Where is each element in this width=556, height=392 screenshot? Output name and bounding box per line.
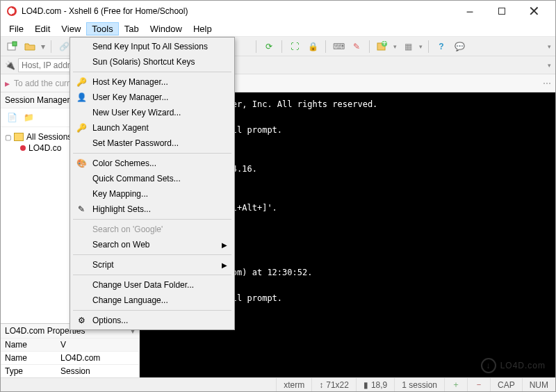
menu-edit[interactable]: Edit — [29, 22, 56, 35]
menu-item-label: Search on 'Google' — [92, 224, 163, 234]
lock-icon[interactable]: 🔒 — [306, 40, 320, 54]
dropdown-arrow-icon[interactable]: ▾ — [41, 42, 45, 51]
menu-bar: File Edit View Tools Tab Window Help — [1, 22, 555, 37]
new-session-icon[interactable] — [5, 40, 19, 54]
menu-separator — [73, 153, 231, 154]
props-row-name: Name — [1, 351, 56, 364]
window-controls: － ✕ — [454, 1, 550, 22]
help-icon[interactable]: ? — [434, 40, 448, 54]
toolbar-overflow-icon[interactable]: ▾ — [548, 43, 551, 50]
menu-tools[interactable]: Tools — [86, 22, 118, 35]
toolbar-separator — [325, 40, 326, 53]
status-minus[interactable]: － — [467, 378, 490, 391]
menu-item[interactable]: Script▶ — [72, 257, 233, 272]
new-item-icon[interactable]: + — [375, 40, 389, 54]
user-key-icon: 👤 — [76, 92, 87, 103]
tools-dropdown: Send Key Input To All SessionsSun (Solar… — [70, 37, 235, 330]
menu-item-label: Sun (Solaris) Shortcut Keys — [92, 57, 195, 67]
gear-icon: ⚙ — [76, 315, 87, 326]
chat-icon[interactable]: 💬 — [452, 40, 466, 54]
menu-item-label: Search on Web — [92, 240, 150, 250]
addressbar-overflow-icon[interactable]: ▾ — [548, 62, 551, 69]
tab-overflow-icon[interactable]: ⋯ — [543, 79, 551, 88]
menu-item-label: Launch Xagent — [92, 123, 149, 133]
status-cursor: ▮18,9 — [356, 378, 394, 391]
menu-item[interactable]: Key Mapping... — [72, 186, 233, 202]
link-icon[interactable]: 🔗 — [57, 40, 71, 54]
menu-item[interactable]: New User Key Wizard... — [72, 105, 233, 120]
toolbar-separator — [428, 40, 429, 53]
keyboard-icon[interactable]: ⌨ — [332, 40, 345, 54]
menu-window[interactable]: Window — [145, 22, 188, 35]
menu-separator — [73, 275, 231, 275]
folder-icon — [14, 133, 24, 141]
menu-item[interactable]: Quick Command Sets... — [72, 171, 233, 186]
menu-item-label: New User Key Wizard... — [92, 108, 181, 117]
menu-item-label: User Key Manager... — [92, 92, 168, 102]
menu-item[interactable]: ⚙Options... — [72, 313, 233, 328]
tree-root-label: All Sessions — [26, 132, 72, 142]
status-term: xterm — [276, 378, 311, 391]
menu-item[interactable]: Search on Web▶ — [72, 237, 233, 252]
menu-item[interactable]: Send Key Input To All Sessions — [72, 39, 233, 54]
menu-item[interactable]: Set Master Password... — [72, 136, 233, 151]
close-button[interactable]: ✕ — [518, 1, 550, 22]
maximize-icon — [498, 8, 505, 15]
submenu-arrow-icon: ▶ — [222, 241, 227, 249]
menu-item[interactable]: 🔑Host Key Manager... — [72, 74, 233, 90]
menu-item-label: Color Schemes... — [92, 158, 156, 168]
menu-item[interactable]: 👤User Key Manager... — [72, 90, 233, 105]
menu-item: Search on 'Google' — [72, 222, 233, 237]
status-size: ↕71x22 — [311, 378, 356, 391]
status-cap: CAP — [490, 378, 522, 391]
menu-item[interactable]: Change Language... — [72, 293, 233, 308]
svg-text:+: + — [382, 41, 386, 48]
fullscreen-icon[interactable]: ⛶ — [288, 40, 302, 54]
window-title: LO4D.com - Xshell 6 (Free for Home/Schoo… — [22, 6, 454, 16]
menu-separator — [73, 310, 231, 311]
menu-separator — [73, 254, 231, 255]
menu-item-label: Quick Command Sets... — [92, 174, 181, 183]
menu-tab[interactable]: Tab — [119, 22, 145, 35]
svg-rect-2 — [13, 42, 17, 46]
sm-new-icon[interactable]: 📄 — [5, 111, 19, 124]
menu-item[interactable]: 🎨Color Schemes... — [72, 156, 233, 171]
menu-help[interactable]: Help — [188, 22, 218, 35]
close-icon: ✕ — [528, 4, 540, 18]
menu-item[interactable]: Sun (Solaris) Shortcut Keys — [72, 54, 233, 70]
key-person-icon: 🔑 — [76, 76, 87, 88]
grid-icon[interactable]: ▦ — [401, 40, 415, 54]
toolbar-separator — [369, 40, 370, 53]
toolbar-separator — [256, 40, 256, 53]
highlighter-icon[interactable]: ✎ — [350, 40, 363, 54]
sm-folder-icon[interactable]: 📁 — [22, 111, 35, 124]
menu-item[interactable]: ✎Highlight Sets... — [72, 202, 233, 217]
session-icon — [20, 145, 26, 151]
submenu-arrow-icon: ▶ — [222, 261, 227, 269]
minimize-button[interactable]: － — [454, 1, 486, 22]
status-num: NUM — [522, 378, 555, 391]
menu-item-label: Highlight Sets... — [92, 204, 151, 214]
resize-icon: ↕ — [319, 380, 323, 390]
dropdown-arrow-icon[interactable]: ▾ — [393, 43, 397, 50]
pin-icon: ▸ — [5, 78, 10, 89]
menu-file[interactable]: File — [3, 22, 29, 35]
menu-item[interactable]: 🔑Launch Xagent — [72, 120, 233, 136]
props-col-name: Name — [1, 338, 56, 351]
collapse-icon[interactable]: ▢ — [5, 133, 11, 141]
tree-item-label: LO4D.co — [28, 143, 61, 153]
dropdown-arrow-icon[interactable]: ▾ — [419, 43, 423, 50]
props-col-value: V — [56, 338, 139, 351]
open-folder-icon[interactable] — [23, 40, 37, 54]
menu-view[interactable]: View — [56, 22, 86, 35]
app-icon — [6, 6, 17, 17]
maximize-button[interactable] — [486, 1, 518, 22]
cursor-icon: ▮ — [363, 380, 368, 390]
menu-item-label: Set Master Password... — [92, 138, 179, 148]
key-person-icon: 🔑 — [76, 122, 87, 133]
menu-item[interactable]: Change User Data Folder... — [72, 277, 233, 293]
menu-item-label: Change Language... — [92, 295, 168, 305]
props-row-value: LO4D.com — [56, 351, 139, 364]
refresh-icon[interactable]: ⟳ — [262, 40, 276, 54]
status-plus[interactable]: ＋ — [444, 378, 467, 391]
